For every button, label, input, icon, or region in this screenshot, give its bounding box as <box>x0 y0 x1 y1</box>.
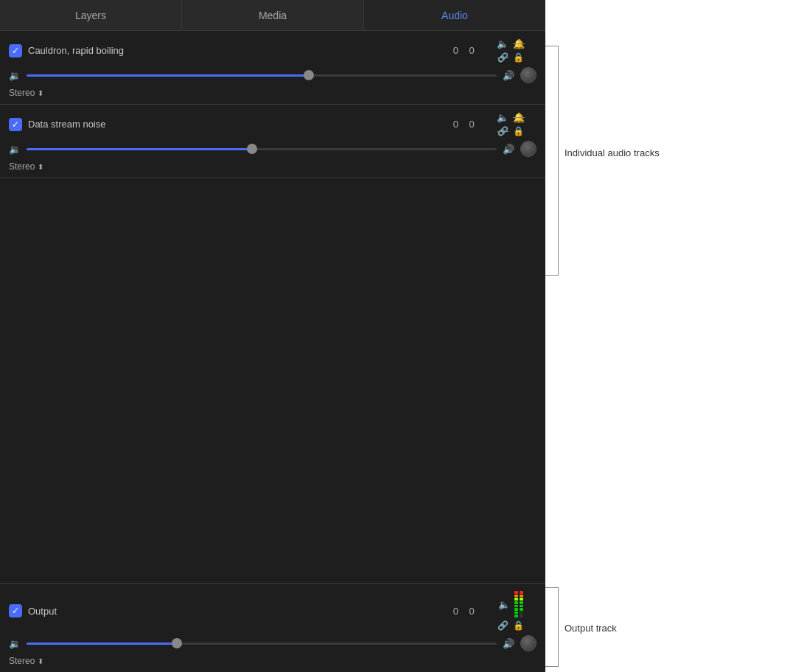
audio-panel: Layers Media Audio ✓ Cauldron, rapid boi… <box>0 0 545 672</box>
track-1-vol-icon-right: 🔊 <box>503 70 514 81</box>
track-2-slider-fill <box>27 148 252 150</box>
output-vol-icon-left: 🔉 <box>9 638 21 649</box>
track-2-solo-icon[interactable]: 🔗 <box>497 126 508 136</box>
track-1-pan-knob[interactable] <box>520 67 536 83</box>
output-checkbox[interactable]: ✓ <box>9 604 22 617</box>
empty-space <box>0 178 545 583</box>
track-1-volume-icon[interactable]: 🔈 <box>497 38 508 49</box>
output-pan-knob[interactable] <box>520 635 536 651</box>
tab-bar: Layers Media Audio <box>0 0 545 31</box>
track-2-pan-knob[interactable] <box>520 141 536 157</box>
vu-bar-red-right <box>520 591 523 594</box>
track-2-lock-icon[interactable]: 🔒 <box>513 126 524 136</box>
track-2-volume-icon[interactable]: 🔈 <box>497 112 508 123</box>
output-volume-icon[interactable]: 🔈 <box>498 599 510 610</box>
output-lock-icon[interactable]: 🔒 <box>513 620 524 631</box>
track-2-slider[interactable] <box>27 148 497 150</box>
output-slider-container <box>27 643 497 645</box>
track-1-vol-icon-left: 🔉 <box>9 70 21 81</box>
annotations-area: Individual audio tracks Output track <box>545 0 790 672</box>
track-2-slider-container <box>27 148 497 150</box>
output-link-icon[interactable]: 🔗 <box>497 620 508 631</box>
vu-meter <box>514 591 523 617</box>
output-stereo-label: Stereo <box>9 656 35 666</box>
vu-bar-yellow-left <box>514 598 518 601</box>
track-1-volume-value: 0 <box>436 45 458 56</box>
track-1-solo-lock-row: 🔗 🔒 <box>497 52 524 63</box>
vu-channel-left <box>514 591 518 617</box>
output-solo-lock-row: 🔗 🔒 <box>497 620 524 631</box>
track-2-volume-value: 0 <box>436 119 458 130</box>
track-1-slider[interactable] <box>27 74 497 77</box>
tab-audio[interactable]: Audio <box>364 0 545 30</box>
output-slider-thumb[interactable] <box>172 638 182 648</box>
output-volume-value: 0 <box>436 606 458 617</box>
track-2-checkbox[interactable]: ✓ <box>9 118 22 131</box>
track-1-stereo-select[interactable]: Stereo ⬍ <box>9 88 43 98</box>
vu-bar-green5-left <box>514 615 518 617</box>
track-1-slider-fill <box>27 74 309 77</box>
track-2: ✓ Data stream noise 0 0 🔈 🔔 🔗 🔒 <box>0 105 545 178</box>
tab-layers[interactable]: Layers <box>0 0 182 30</box>
vu-bar-dark2-right <box>520 615 523 617</box>
output-slider[interactable] <box>27 643 497 645</box>
annotation-individual-text: Individual audio tracks <box>564 147 660 158</box>
track-2-solo-lock-row: 🔗 🔒 <box>497 126 524 136</box>
track-2-slider-thumb[interactable] <box>247 144 257 154</box>
track-list: ✓ Cauldron, rapid boiling 0 0 🔈 🔔 🔗 🔒 <box>0 31 545 672</box>
output-name: Output <box>28 606 430 617</box>
vu-bar-green2-right <box>520 605 523 608</box>
track-2-pan-value: 0 <box>464 119 479 130</box>
track-1-name: Cauldron, rapid boiling <box>28 45 430 56</box>
track-1-checkbox[interactable]: ✓ <box>9 44 22 57</box>
output-stereo-select[interactable]: Stereo ⬍ <box>9 656 43 666</box>
vu-bar-green3-right <box>520 608 523 611</box>
output-track: ✓ Output 0 0 🔈 <box>0 584 545 672</box>
track-2-stereo-label: Stereo <box>9 161 35 172</box>
individual-tracks: ✓ Cauldron, rapid boiling 0 0 🔈 🔔 🔗 🔒 <box>0 31 545 178</box>
track-2-name: Data stream noise <box>28 119 430 130</box>
tab-audio-label: Audio <box>441 10 468 21</box>
tab-layers-label: Layers <box>75 10 106 21</box>
tab-media[interactable]: Media <box>182 0 364 30</box>
vu-bar-orange-right <box>520 595 523 598</box>
track-1-stereo-arrow: ⬍ <box>38 89 43 97</box>
output-pan-value: 0 <box>464 606 479 617</box>
track-1: ✓ Cauldron, rapid boiling 0 0 🔈 🔔 🔗 🔒 <box>0 31 545 105</box>
vu-bar-orange-left <box>514 595 518 598</box>
track-1-stereo-label: Stereo <box>9 88 35 98</box>
annotation-output-text: Output track <box>564 623 617 634</box>
vu-bar-yellow-right <box>520 598 523 601</box>
output-vol-icon-right: 🔊 <box>503 638 514 649</box>
vu-bar-green3-left <box>514 608 518 611</box>
tab-media-label: Media <box>259 10 287 21</box>
track-1-slider-thumb[interactable] <box>304 70 314 80</box>
track-2-vol-icon-right: 🔊 <box>503 144 514 155</box>
track-2-mute-icon[interactable]: 🔔 <box>513 112 525 123</box>
track-1-pan-value: 0 <box>464 45 479 56</box>
output-stereo-arrow: ⬍ <box>38 657 43 665</box>
vu-bar-green2-left <box>514 605 518 608</box>
track-2-mute-solo-row: 🔈 🔔 <box>497 112 525 123</box>
track-2-stereo-select[interactable]: Stereo ⬍ <box>9 161 43 172</box>
output-section: ✓ Output 0 0 🔈 <box>0 583 545 672</box>
vu-bar-green1-right <box>520 601 523 604</box>
bracket-output <box>545 587 559 667</box>
output-slider-fill <box>27 643 177 645</box>
output-vol-row: 🔈 <box>498 591 523 617</box>
vu-bar-red-left <box>514 591 518 594</box>
track-1-lock-icon[interactable]: 🔒 <box>513 52 524 63</box>
track-2-vol-icon-left: 🔉 <box>9 144 21 155</box>
track-1-mute-solo-row: 🔈 🔔 <box>497 38 525 49</box>
track-1-slider-container <box>27 74 497 77</box>
vu-channel-right <box>520 591 523 617</box>
track-1-mute-icon[interactable]: 🔔 <box>513 38 525 49</box>
track-2-stereo-arrow: ⬍ <box>38 163 43 171</box>
vu-bar-dark1-right <box>520 612 523 615</box>
vu-bar-green4-left <box>514 612 518 615</box>
vu-bar-green1-left <box>514 601 518 604</box>
track-1-solo-icon[interactable]: 🔗 <box>497 52 508 63</box>
bracket-individual <box>545 46 559 276</box>
